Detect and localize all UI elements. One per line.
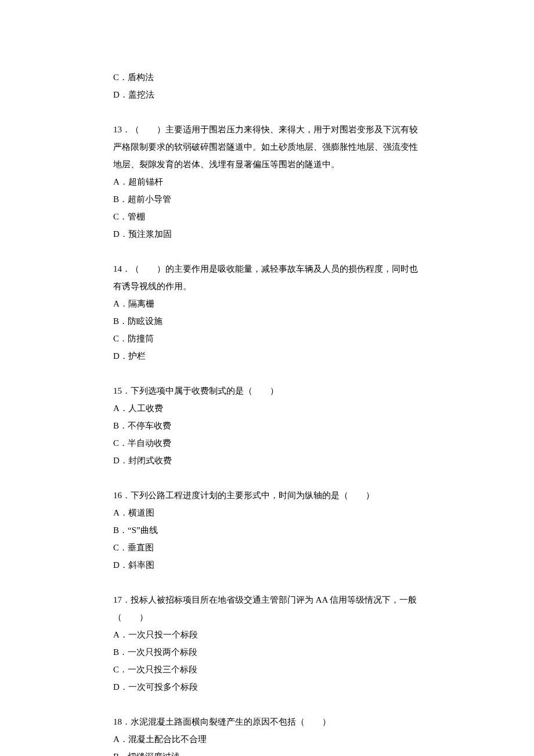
option-text: C．防撞筒 (113, 330, 421, 347)
question-16: 16．下列公路工程进度计划的主要形式中，时间为纵轴的是（ ） A．横道图 B．“… (113, 487, 421, 574)
question-stem: 16．下列公路工程进度计划的主要形式中，时间为纵轴的是（ ） (113, 487, 421, 504)
option-text: B．防眩设施 (113, 312, 421, 330)
question-15: 15．下列选项中属于收费制式的是（ ） A．人工收费 B．不停车收费 C．半自动… (113, 382, 421, 469)
option-text: D．封闭式收费 (113, 452, 421, 469)
spacer (113, 696, 421, 713)
orphan-options-block: C．盾构法 D．盖挖法 (113, 69, 421, 103)
option-text: A．人工收费 (113, 399, 421, 417)
option-text: B．超前小导管 (113, 190, 421, 208)
option-text: C．一次只投三个标段 (113, 661, 421, 678)
option-text: B．切缝深度过浅 (113, 748, 421, 756)
question-17: 17．投标人被招标项目所在地省级交通主管部门评为 AA 信用等级情况下，一般（ … (113, 591, 421, 696)
option-text: A．超前锚杆 (113, 173, 421, 190)
question-14: 14．（ ）的主要作用是吸收能量，减轻事故车辆及人员的损伤程度，同时也有诱导视线… (113, 260, 421, 365)
option-text: C．半自动收费 (113, 434, 421, 452)
option-text: C．盾构法 (113, 69, 421, 86)
option-text: D．预注浆加固 (113, 225, 421, 243)
question-13: 13．（ ）主要适用于围岩压力来得快、来得大，用于对围岩变形及下沉有较严格限制要… (113, 121, 421, 243)
option-text: A．横道图 (113, 504, 421, 521)
question-stem: 13．（ ）主要适用于围岩压力来得快、来得大，用于对围岩变形及下沉有较严格限制要… (113, 121, 421, 173)
question-stem: 15．下列选项中属于收费制式的是（ ） (113, 382, 421, 399)
option-text: A．一次只投一个标段 (113, 626, 421, 643)
spacer (113, 103, 421, 121)
spacer (113, 469, 421, 487)
option-text: A．隔离栅 (113, 295, 421, 312)
question-stem: 14．（ ）的主要作用是吸收能量，减轻事故车辆及人员的损伤程度，同时也有诱导视线… (113, 260, 421, 295)
option-text: C．管棚 (113, 208, 421, 225)
spacer (113, 243, 421, 260)
question-stem: 18．水泥混凝土路面横向裂缝产生的原因不包括（ ） (113, 713, 421, 730)
option-text: B．不停车收费 (113, 417, 421, 434)
spacer (113, 574, 421, 591)
question-stem: 17．投标人被招标项目所在地省级交通主管部门评为 AA 信用等级情况下，一般（ … (113, 591, 421, 626)
option-text: D．斜率图 (113, 556, 421, 574)
option-text: C．垂直图 (113, 539, 421, 556)
option-text: D．一次可投多个标段 (113, 678, 421, 696)
option-text: B．一次只投两个标段 (113, 643, 421, 661)
spacer (113, 365, 421, 382)
option-text: A．混凝土配合比不合理 (113, 730, 421, 748)
document-page: C．盾构法 D．盖挖法 13．（ ）主要适用于围岩压力来得快、来得大，用于对围岩… (0, 0, 534, 756)
question-18: 18．水泥混凝土路面横向裂缝产生的原因不包括（ ） A．混凝土配合比不合理 B．… (113, 713, 421, 756)
option-text: D．护栏 (113, 347, 421, 365)
option-text: D．盖挖法 (113, 86, 421, 103)
option-text: B．“S”曲线 (113, 521, 421, 539)
